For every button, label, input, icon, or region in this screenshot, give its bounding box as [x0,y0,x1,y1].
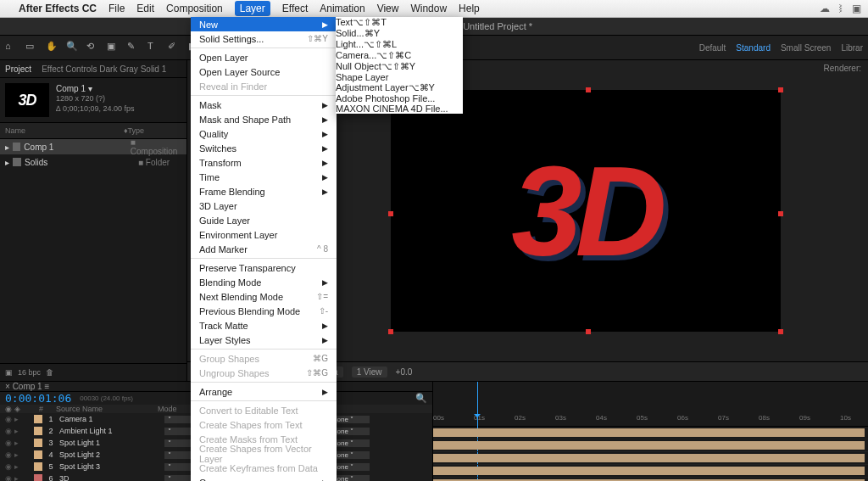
bpc-toggle[interactable]: 16 bpc [18,368,41,377]
menu-item[interactable]: 3D Layer [191,199,337,213]
timeline-panel: × Comp 1 ≡ 0:00:01:06 00030 (24.00 fps) … [0,381,868,481]
menu-help[interactable]: Help [459,3,480,14]
3d-artwork: 3D [511,137,660,284]
mac-menubar: After Effects CC FileEditCompositionLaye… [0,0,868,18]
views-select[interactable]: 1 View [352,366,387,378]
zoom-tool-icon[interactable]: 🔍 [66,41,80,54]
menu-item[interactable]: Transform▶ [191,155,337,170]
rotate-tool-icon[interactable]: ⟲ [86,41,100,54]
timecode-sub: 00030 (24.00 fps) [80,394,133,402]
comp-info: Comp 1 ▾ 1280 x 720 (?) ∆ 0;00;10;09, 24… [56,83,135,117]
menu-item[interactable]: Blending Mode▶ [191,275,337,289]
submenu-item[interactable]: Shape Layer [336,72,463,82]
menu-item[interactable]: Mask▶ [191,98,337,112]
project-item[interactable]: ▸Solids■ Folder [0,154,186,170]
submenu-item[interactable]: MAXON CINEMA 4D File... [336,103,463,114]
submenu-item[interactable]: Adobe Photoshop File... [336,93,463,103]
menu-item: Ungroup Shapes⇧⌘G [191,366,337,380]
menu-item[interactable]: Open Layer Source [191,64,337,79]
menu-window[interactable]: Window [410,3,447,14]
timeline-search-icon[interactable]: 🔍 [415,393,427,404]
app-name[interactable]: After Effects CC [19,3,97,14]
track[interactable] [433,452,868,465]
menu-item[interactable]: Arrange▶ [191,384,337,399]
renderer-label[interactable]: Renderer: [824,64,861,73]
project-footer: ▣ 16 bpc 🗑 [0,363,186,381]
menu-layer[interactable]: Layer [235,1,270,16]
menu-effect[interactable]: Effect [282,3,308,14]
menu-item: Create Shapes from Text [191,417,337,432]
menu-item[interactable]: Open Layer [191,50,337,64]
menu-item[interactable]: Guide Layer [191,213,337,227]
workspace-standard[interactable]: Standard [736,43,771,53]
menu-item: Reveal in Finder [191,79,337,93]
menu-item: Create Shapes from Vector Layer [191,446,337,461]
menu-item[interactable]: Previous Blending Mode⇧- [191,304,337,318]
tab-effect-controls[interactable]: Effect Controls Dark Gray Solid 1 [42,64,166,74]
home-icon[interactable]: ⌂ [5,41,19,54]
hand-tool-icon[interactable]: ✋ [46,41,59,54]
menu-item[interactable]: Preserve Transparency [191,260,337,275]
submenu-item[interactable]: Adjustment Layer⌥⌘Y [336,82,463,93]
folder-icon[interactable]: ▣ [5,368,13,377]
menu-item: Create Keyframes from Data [191,461,337,475]
project-item[interactable]: ▸Comp 1■ Composition [0,139,186,154]
text-tool-icon[interactable]: T [147,41,161,54]
selection-tool-icon[interactable]: ▭ [25,41,39,54]
tab-timeline[interactable]: × Comp 1 ≡ [5,382,49,391]
menu-item[interactable]: New▶ [191,17,337,31]
menu-item[interactable]: Solid Settings...⇧⌘Y [191,31,337,46]
track[interactable] [433,478,868,481]
menu-item[interactable]: Track Matte▶ [191,318,337,333]
tab-project[interactable]: Project [5,64,31,74]
trash-icon[interactable]: 🗑 [46,368,53,377]
workspace-small[interactable]: Small Screen [781,43,831,53]
menu-item[interactable]: Quality▶ [191,126,337,141]
cloud-icon[interactable]: ☁︎ [820,3,830,14]
menu-composition[interactable]: Composition [166,3,223,14]
menu-view[interactable]: View [377,3,399,14]
comp-thumbnail: 3D [5,83,49,117]
left-panel-tabs: Project Effect Controls Dark Gray Solid … [0,60,186,78]
menu-item[interactable]: Time▶ [191,170,337,184]
submenu-item[interactable]: Camera...⌥⇧⌘C [336,50,463,61]
menu-item[interactable]: Add Marker^ 8 [191,242,337,256]
menu-item[interactable]: Switches▶ [191,141,337,155]
submenu-item[interactable]: Null Object⌥⇧⌘Y [336,61,463,72]
track[interactable] [433,427,868,439]
menu-edit[interactable]: Edit [136,3,154,14]
menu-item[interactable]: Layer Styles▶ [191,333,337,347]
camera-tool-icon[interactable]: ▣ [107,41,120,54]
submenu-item[interactable]: Solid...⌘Y [336,28,463,39]
submenu-item[interactable]: Text⌥⇧⌘T [336,17,463,28]
brush-tool-icon[interactable]: ✐ [168,41,181,54]
submenu-item[interactable]: Light...⌥⇧⌘L [336,39,463,50]
menu-item: Convert to Editable Text [191,403,337,417]
menu-animation[interactable]: Animation [320,3,364,14]
timecode[interactable]: 0:00:01:06 [5,392,71,405]
menu-file[interactable]: File [108,3,125,14]
comp-stage[interactable]: 3D [391,90,781,332]
menu-item[interactable]: Mask and Shape Path▶ [191,112,337,126]
menu-item[interactable]: Camera▶ [191,475,337,481]
time-ruler[interactable]: 00s01s02s03s04s05s06s07s08s09s10s [433,382,868,427]
menu-item[interactable]: Next Blending Mode⇧= [191,289,337,304]
pen-tool-icon[interactable]: ✎ [127,41,141,54]
menu-item[interactable]: Environment Layer [191,227,337,242]
workspace-libraries[interactable]: Librar [841,43,863,53]
menu-item: Group Shapes⌘G [191,351,337,366]
exposure-value[interactable]: +0.0 [396,367,413,377]
menu-item[interactable]: Frame Blending▶ [191,184,337,199]
battery-icon[interactable]: ▣ [852,3,861,14]
layer-new-submenu: Text⌥⇧⌘TSolid...⌘YLight...⌥⇧⌘LCamera...⌥… [336,17,463,114]
wifi-icon[interactable]: ⧘ [838,3,843,14]
workspace-default[interactable]: Default [699,43,726,53]
layer-menu-dropdown: New▶Solid Settings...⇧⌘YOpen LayerOpen L… [191,17,337,481]
project-list-header: Name♦Type [0,122,186,139]
menubar-right: ☁︎ ⧘ ▣ [820,3,861,14]
track[interactable] [433,465,868,478]
track[interactable] [433,439,868,452]
